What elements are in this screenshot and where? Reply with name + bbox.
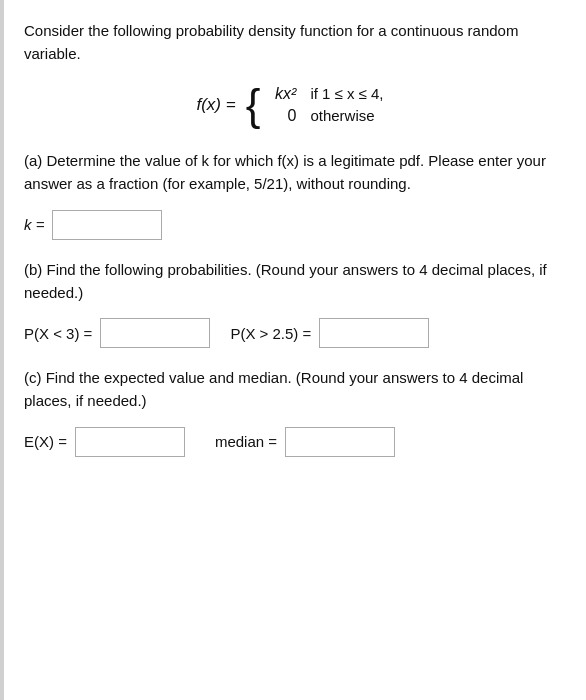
problem-intro: Consider the following probability densi… (24, 20, 556, 65)
part-a-text: (a) Determine the value of k for which f… (24, 149, 556, 196)
case2-value: 0 (266, 107, 296, 125)
part-b-text: (b) Find the following probabilities. (R… (24, 258, 556, 305)
part-a-label: k = (24, 216, 44, 233)
piecewise-case-1: kx² if 1 ≤ x ≤ 4, (266, 85, 383, 103)
part-a-input[interactable] (52, 210, 162, 240)
median-input[interactable] (285, 427, 395, 457)
part-c-text: (c) Find the expected value and median. … (24, 366, 556, 413)
prob2-input[interactable] (319, 318, 429, 348)
part-a-input-row: k = (24, 210, 556, 240)
expected-item: E(X) = (24, 427, 185, 457)
formula-fx-label: f(x) = (196, 95, 235, 115)
part-c-expected-row: E(X) = median = (24, 427, 556, 457)
piecewise-cases: kx² if 1 ≤ x ≤ 4, 0 otherwise (266, 85, 383, 125)
median-item: median = (215, 427, 395, 457)
case1-condition: if 1 ≤ x ≤ 4, (310, 85, 383, 102)
case2-condition: otherwise (310, 107, 374, 124)
case1-value: kx² (266, 85, 296, 103)
expected-label: E(X) = (24, 433, 67, 450)
page-container: Consider the following probability densi… (0, 0, 586, 700)
prob2-item: P(X > 2.5) = (230, 318, 429, 348)
part-b-prob-row: P(X < 3) = P(X > 2.5) = (24, 318, 556, 348)
brace-container: { kx² if 1 ≤ x ≤ 4, 0 otherwise (246, 83, 384, 127)
prob1-input[interactable] (100, 318, 210, 348)
expected-input[interactable] (75, 427, 185, 457)
big-brace-icon: { (246, 83, 261, 127)
piecewise-case-2: 0 otherwise (266, 107, 383, 125)
prob1-label: P(X < 3) = (24, 325, 92, 342)
prob1-item: P(X < 3) = (24, 318, 210, 348)
formula-block: f(x) = { kx² if 1 ≤ x ≤ 4, 0 otherwise (24, 83, 556, 127)
prob2-label: P(X > 2.5) = (230, 325, 311, 342)
median-label: median = (215, 433, 277, 450)
